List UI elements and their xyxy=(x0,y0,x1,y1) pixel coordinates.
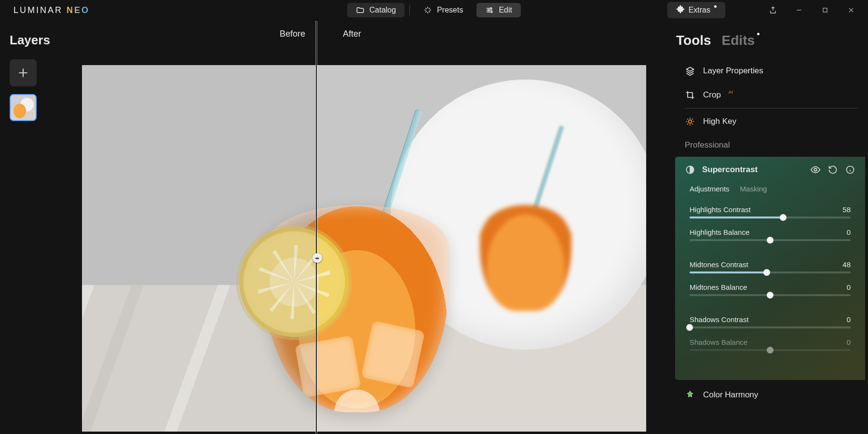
subtab-masking[interactable]: Masking xyxy=(740,185,767,193)
slider-thumb[interactable] xyxy=(686,324,693,331)
slider-label: Highlights Balance xyxy=(690,228,749,236)
slider-value: 0 xyxy=(847,228,851,236)
slider-highlights-balance[interactable]: Highlights Balance0 xyxy=(690,228,851,241)
window-maximize-button[interactable] xyxy=(813,0,837,20)
color-harmony-icon xyxy=(685,390,695,400)
notification-dot-icon xyxy=(714,5,717,8)
slider-label: Shadows Contrast xyxy=(690,315,749,324)
slider-track[interactable] xyxy=(690,217,851,218)
slider-label: Shadows Balance xyxy=(690,338,747,346)
slider-midtones-contrast[interactable]: Midtones Contrast48 xyxy=(690,260,851,273)
svg-point-1 xyxy=(488,10,489,11)
slider-value: 0 xyxy=(847,338,851,346)
ai-badge: AI xyxy=(729,90,733,95)
layers-title: Layers xyxy=(10,33,72,48)
nav-catalog[interactable]: Catalog xyxy=(347,3,405,17)
svg-point-4 xyxy=(689,120,692,123)
slider-track[interactable] xyxy=(690,349,851,351)
window-close-button[interactable] xyxy=(839,0,863,20)
slider-shadows-balance[interactable]: Shadows Balance0 xyxy=(690,338,851,351)
tool-crop[interactable]: Crop AI xyxy=(675,83,868,107)
slider-label: Midtones Contrast xyxy=(690,260,748,269)
image-canvas[interactable] xyxy=(82,65,646,432)
slider-thumb[interactable] xyxy=(763,269,770,276)
svg-point-0 xyxy=(490,8,492,9)
compare-divider[interactable] xyxy=(316,22,317,434)
contrast-icon xyxy=(685,164,695,175)
tool-label: High Key xyxy=(703,117,736,126)
section-professional: Professional xyxy=(675,134,868,155)
folder-icon xyxy=(356,6,365,14)
subtab-adjustments[interactable]: Adjustments xyxy=(690,185,730,193)
slider-thumb[interactable] xyxy=(767,237,773,244)
compare-before-label: Before xyxy=(280,29,305,39)
tab-edits[interactable]: Edits xyxy=(722,33,755,48)
tool-label: Layer Properties xyxy=(703,66,763,76)
slider-midtones-balance[interactable]: Midtones Balance0 xyxy=(690,283,851,296)
app-logo: LUMINAR NEO xyxy=(0,5,90,15)
share-button[interactable] xyxy=(761,0,785,20)
slider-track[interactable] xyxy=(690,271,851,273)
compare-handle[interactable]: ◂▸ xyxy=(312,253,322,263)
crop-icon xyxy=(685,90,695,100)
slider-track[interactable] xyxy=(690,326,851,328)
svg-point-2 xyxy=(491,11,492,13)
photo-scene xyxy=(82,65,646,432)
slider-track[interactable] xyxy=(690,294,851,296)
tool-label: Crop xyxy=(703,90,721,100)
puzzle-icon xyxy=(676,5,685,15)
info-icon[interactable] xyxy=(845,164,855,175)
tool-supercontrast-panel: Supercontrast Adjustments Masking Highli… xyxy=(675,157,865,380)
slider-label: Midtones Balance xyxy=(690,283,747,291)
nav-catalog-label: Catalog xyxy=(369,6,396,14)
nav-presets-label: Presets xyxy=(437,6,463,14)
window-minimize-button[interactable] xyxy=(787,0,811,20)
sun-icon xyxy=(685,116,695,127)
slider-value: 0 xyxy=(847,283,851,291)
tool-color-harmony[interactable]: Color Harmony xyxy=(675,383,868,407)
svg-point-6 xyxy=(814,168,817,171)
extras-label: Extras xyxy=(689,6,710,14)
compare-after-label: After xyxy=(343,29,361,39)
notification-dot-icon xyxy=(757,33,760,35)
slider-thumb[interactable] xyxy=(767,347,773,353)
supercontrast-title: Supercontrast xyxy=(702,165,803,175)
layer-thumbnail[interactable] xyxy=(10,94,37,121)
tool-high-key[interactable]: High Key xyxy=(675,109,868,134)
layers-icon xyxy=(685,66,695,76)
slider-shadows-contrast[interactable]: Shadows Contrast0 xyxy=(690,315,851,328)
visibility-icon[interactable] xyxy=(810,164,821,175)
svg-rect-3 xyxy=(823,8,827,12)
nav-presets[interactable]: Presets xyxy=(415,3,472,17)
sparkles-icon xyxy=(423,6,432,14)
slider-thumb[interactable] xyxy=(767,292,773,298)
divider xyxy=(685,108,858,108)
nav-edit[interactable]: Edit xyxy=(476,3,521,17)
extras-button[interactable]: Extras xyxy=(667,2,725,18)
reset-icon[interactable] xyxy=(827,164,838,175)
tool-layer-properties[interactable]: Layer Properties xyxy=(675,59,868,83)
tool-label: Color Harmony xyxy=(703,390,758,400)
tab-tools[interactable]: Tools xyxy=(676,33,711,48)
slider-track[interactable] xyxy=(690,239,851,241)
slider-value: 0 xyxy=(847,315,851,324)
slider-value: 48 xyxy=(842,260,851,269)
slider-label: Highlights Contrast xyxy=(690,205,751,214)
nav-edit-label: Edit xyxy=(499,6,512,14)
slider-highlights-contrast[interactable]: Highlights Contrast58 xyxy=(690,205,851,218)
slider-thumb[interactable] xyxy=(780,214,787,221)
sliders-icon xyxy=(485,6,494,14)
slider-value: 58 xyxy=(842,205,851,214)
add-layer-button[interactable] xyxy=(10,59,37,86)
